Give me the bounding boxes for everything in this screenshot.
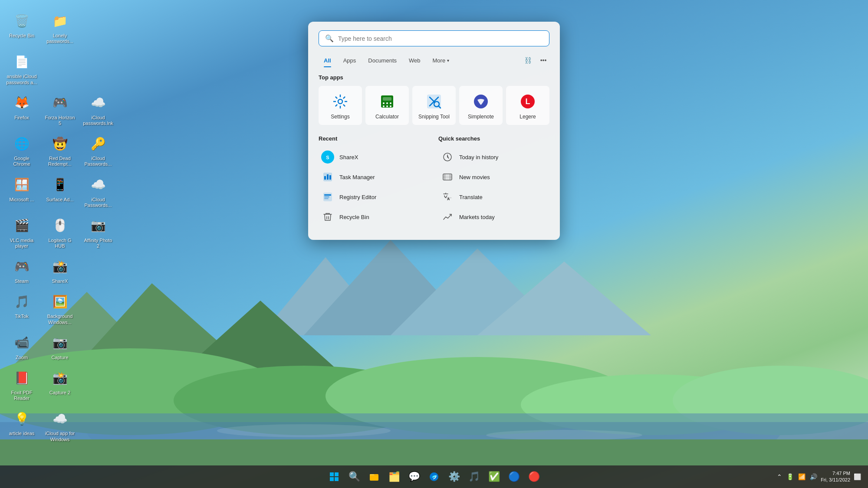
- desktop-icon-background[interactable]: 🖼️ Background Windows...: [43, 289, 77, 327]
- taskbar-clock[interactable]: 7:47 PM Fri, 3/11/2022: [821, 470, 850, 484]
- svg-line-23: [335, 97, 337, 98]
- desktop-icon-capture2[interactable]: 📸 Capture 2: [43, 366, 77, 403]
- tab-all[interactable]: All: [319, 55, 336, 66]
- app-tile-calculator[interactable]: Calculator: [365, 86, 409, 125]
- taskbar-battery-icon: 🔋: [786, 473, 794, 480]
- desktop-icon-firefox[interactable]: 🦊 Firefox: [4, 91, 39, 128]
- desktop-icon-icloud3[interactable]: ☁️ iCloud Passwords...: [81, 173, 115, 210]
- app-tile-legere[interactable]: L Legere: [506, 86, 549, 125]
- taskbar-spotify-button[interactable]: 🎵: [465, 468, 483, 485]
- desktop-icon-zoom[interactable]: 📹 Zoom: [4, 331, 39, 362]
- settings-icon[interactable]: ⛓️: [522, 54, 534, 66]
- svg-text:S: S: [326, 155, 329, 160]
- quick-item-movies[interactable]: New movies: [438, 167, 549, 187]
- desktop-icon-capture[interactable]: 📷 Capture: [43, 331, 77, 362]
- two-col-section: Recent S ShareX: [319, 135, 549, 227]
- desktop-icon-article[interactable]: 💡 article ideas: [4, 406, 39, 444]
- svg-rect-57: [330, 472, 334, 476]
- desktop-icon-forza[interactable]: 🎮 Forza Horizon 5: [43, 91, 77, 128]
- simplenote-app-icon: [472, 93, 490, 110]
- svg-point-34: [390, 105, 391, 107]
- search-input[interactable]: [338, 35, 543, 42]
- recent-item-registry[interactable]: Registry Editor: [319, 187, 430, 207]
- svg-rect-58: [335, 472, 339, 476]
- taskbar-notification-button[interactable]: ⬜: [854, 473, 861, 480]
- app-tile-simplenote[interactable]: Simplenote: [459, 86, 503, 125]
- desktop-icon-sharex[interactable]: 📸 ShareX: [43, 254, 77, 286]
- svg-rect-50: [324, 198, 329, 199]
- registry-icon: [321, 190, 334, 203]
- quick-item-markets[interactable]: Markets today: [438, 207, 549, 227]
- taskbar-whatsapp-button[interactable]: 💬: [405, 468, 423, 485]
- legere-app-icon: L: [519, 93, 536, 110]
- sharex-icon: S: [321, 151, 334, 164]
- svg-line-25: [343, 97, 345, 98]
- taskbar-fileexplorer-button[interactable]: [365, 468, 383, 485]
- desktop-icon-icloud-app[interactable]: ☁️ iCloud app for Windows: [43, 406, 77, 444]
- svg-point-29: [383, 102, 385, 104]
- search-bar[interactable]: 🔍: [319, 30, 549, 46]
- svg-rect-54: [450, 174, 450, 180]
- desktop-icon-microsoft[interactable]: 🪟 Microsoft ...: [4, 173, 39, 210]
- desktop-icon-icloud2[interactable]: 🔑 iCloud Passwords...: [81, 131, 115, 169]
- desktop-icon-vlc[interactable]: 🎬 VLC media player: [4, 213, 39, 251]
- calculator-app-label: Calculator: [375, 114, 399, 120]
- taskbar-search-button[interactable]: 🔍: [345, 468, 363, 485]
- tab-more[interactable]: More ▾: [427, 55, 455, 66]
- quick-item-history[interactable]: Today in history: [438, 147, 549, 167]
- svg-point-15: [217, 424, 391, 437]
- recent-item-recyclebin[interactable]: Recycle Bin: [319, 207, 430, 227]
- history-icon: [441, 151, 454, 164]
- desktop-icon-recycle-bin[interactable]: 🗑️ Recycle Bin: [4, 9, 39, 46]
- desktop-icon-foxit[interactable]: 📕 Foxit PDF Reader: [4, 366, 39, 403]
- settings-app-label: Settings: [331, 114, 349, 120]
- desktop-icon-logitech[interactable]: 🖱️ Logitech G HUB: [43, 213, 77, 251]
- markets-icon: [441, 210, 454, 223]
- svg-point-18: [338, 99, 342, 104]
- taskbar-edge-button[interactable]: [425, 468, 443, 485]
- svg-rect-46: [329, 175, 331, 180]
- svg-line-24: [343, 105, 345, 106]
- taskbar-start-button[interactable]: [326, 468, 343, 485]
- taskmanager-icon: [321, 170, 334, 183]
- more-options-icon[interactable]: •••: [537, 54, 549, 66]
- svg-point-31: [390, 102, 391, 104]
- taskbar-settings-button[interactable]: ⚙️: [445, 468, 463, 485]
- taskbar-dell-button[interactable]: 🔵: [505, 468, 523, 485]
- desktop-icons: 🗑️ Recycle Bin 📁 Lonely passwords... 📄 a…: [4, 9, 115, 444]
- landscape-svg: [0, 205, 868, 465]
- desktop-icon-chrome[interactable]: 🌐 Google Chrome: [4, 131, 39, 169]
- taskbar-ticktick-button[interactable]: ✅: [485, 468, 503, 485]
- desktop-icon-rdr[interactable]: 🤠 Red Dead Redempt...: [43, 131, 77, 169]
- desktop-icon-steam[interactable]: 🎮 Steam: [4, 254, 39, 286]
- taskbar-brave-button[interactable]: 🔴: [525, 468, 542, 485]
- recent-item-taskmanager[interactable]: Task Manager: [319, 167, 430, 187]
- quick-searches-header: Quick searches: [438, 135, 549, 142]
- top-apps-grid: Settings Calculator: [319, 86, 549, 125]
- taskbar-overflow-icon[interactable]: ⌃: [777, 473, 782, 480]
- tab-apps[interactable]: Apps: [338, 55, 362, 66]
- tab-web[interactable]: Web: [404, 55, 426, 66]
- quick-item-markets-label: Markets today: [459, 214, 495, 220]
- desktop-icon-ansible[interactable]: 📄 ansible iCloud passwords a...: [4, 49, 39, 87]
- svg-point-33: [386, 105, 388, 107]
- taskbar-time-display: 7:47 PM: [832, 470, 850, 477]
- desktop-icon-tiktok[interactable]: 🎵 TikTok: [4, 289, 39, 327]
- desktop-icon-icloud1[interactable]: ☁️ iCloud passwords.lnk: [81, 91, 115, 128]
- recent-item-sharex[interactable]: S ShareX: [319, 147, 430, 167]
- desktop-icon-lonely[interactable]: 📁 Lonely passwords...: [43, 9, 77, 46]
- app-tile-settings[interactable]: Settings: [319, 86, 362, 125]
- svg-rect-59: [330, 477, 334, 481]
- svg-rect-28: [383, 97, 391, 101]
- snipping-app-label: Snipping Tool: [418, 114, 450, 120]
- recent-col: Recent S ShareX: [319, 135, 430, 227]
- app-tile-snipping[interactable]: Snipping Tool: [412, 86, 456, 125]
- search-icon: 🔍: [325, 34, 334, 43]
- desktop-icon-surface[interactable]: 📱 Surface Ad...: [43, 173, 77, 210]
- taskbar-wifi-icon: 📶: [798, 473, 806, 480]
- tab-documents[interactable]: Documents: [363, 55, 402, 66]
- desktop-icon-affinity[interactable]: 📷 Affinity Photo 2: [81, 213, 115, 251]
- taskbar-folder-button[interactable]: 🗂️: [385, 468, 403, 485]
- recent-item-sharex-label: ShareX: [339, 154, 358, 160]
- quick-item-translate[interactable]: Translate: [438, 187, 549, 207]
